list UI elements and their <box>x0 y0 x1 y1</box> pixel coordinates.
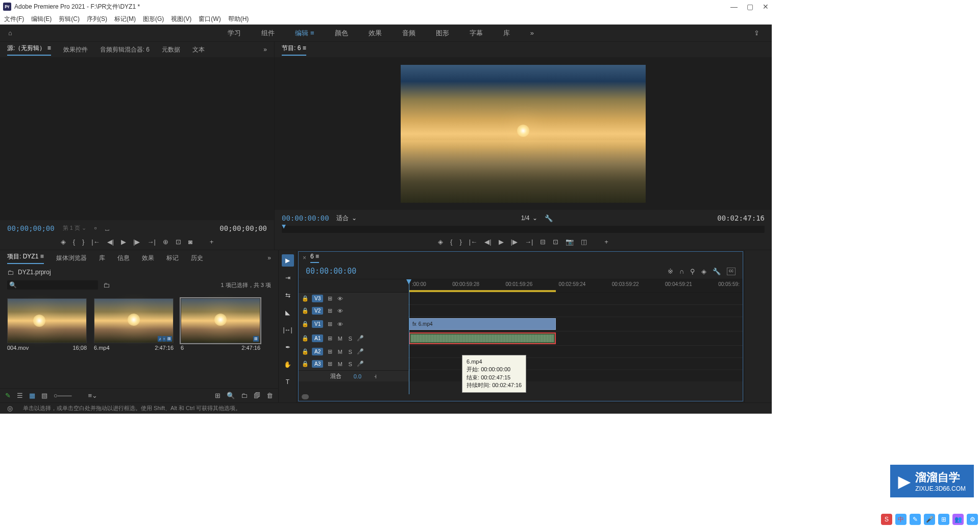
track-header-v3[interactable]: 🔒V3⊞👁 <box>299 293 409 304</box>
rw-toggle-icon[interactable]: ✎ <box>5 392 11 399</box>
menu-view[interactable]: 视图(V) <box>171 15 191 23</box>
close-seq-icon[interactable]: × <box>303 254 306 261</box>
timeline-timecode[interactable]: 00:00:00:00 <box>306 267 356 276</box>
selection-tool[interactable]: ▶ <box>282 254 294 267</box>
source-drag-audio-icon[interactable]: ⎵ <box>105 224 109 232</box>
timeline-scrollbar[interactable] <box>299 393 743 401</box>
go-in-icon[interactable]: |← <box>469 238 477 246</box>
source-out-timecode[interactable]: 00;00;00;00 <box>219 224 267 232</box>
hand-tool[interactable]: ✋ <box>282 358 294 371</box>
trash-icon[interactable]: 🗑 <box>266 392 273 399</box>
list-view-icon[interactable]: ☰ <box>17 392 23 399</box>
audio-clip[interactable] <box>409 332 556 344</box>
share-icon[interactable]: ⇪ <box>754 29 760 37</box>
track-header-a3[interactable]: 🔒A3⊞MS🎤 <box>299 358 409 370</box>
workspace-audio[interactable]: 音频 <box>402 29 415 38</box>
compare-icon[interactable]: ◫ <box>581 238 587 246</box>
tab-effect-controls[interactable]: 效果控件 <box>63 45 88 54</box>
snap-icon[interactable]: ※ <box>668 268 673 275</box>
out-point-icon[interactable]: } <box>82 238 84 246</box>
tab-effects[interactable]: 效果 <box>142 254 154 262</box>
track-header-a1[interactable]: 🔒A1⊞MS🎤 <box>299 331 409 345</box>
ripple-tool[interactable]: ⇆ <box>282 289 294 301</box>
tab-metadata[interactable]: 元数据 <box>162 45 180 54</box>
menu-help[interactable]: 帮助(H) <box>228 15 249 23</box>
in-point-icon[interactable]: { <box>450 238 452 246</box>
program-timecode[interactable]: 00:00:00:00 <box>282 214 329 222</box>
tab-audio-mixer[interactable]: 音频剪辑混合器: 6 <box>100 45 150 54</box>
source-drag-video-icon[interactable]: ▫ <box>94 224 97 232</box>
timeline-ruler[interactable]: :00:0000:00:59:2800:01:59:2600:02:59:240… <box>409 279 743 292</box>
tab-libraries[interactable]: 库 <box>99 254 105 262</box>
play-icon[interactable]: ▶ <box>121 238 126 246</box>
add-button-icon[interactable]: + <box>210 238 214 246</box>
workspace-libraries[interactable]: 库 <box>503 29 510 38</box>
maximize-button[interactable]: ▢ <box>747 3 753 11</box>
in-point-icon[interactable]: { <box>73 238 75 246</box>
tab-text[interactable]: 文本 <box>192 45 205 54</box>
marker-icon[interactable]: ◈ <box>438 238 443 246</box>
tab-info[interactable]: 信息 <box>117 254 130 262</box>
razor-tool[interactable]: ◣ <box>282 306 294 319</box>
tab-media-browser[interactable]: 媒体浏览器 <box>56 254 87 262</box>
workspace-captions[interactable]: 字幕 <box>470 29 483 38</box>
playhead[interactable] <box>409 279 409 394</box>
step-back-icon[interactable]: ◀| <box>484 238 491 246</box>
cc-icon[interactable]: ◎ <box>7 404 13 412</box>
tab-program[interactable]: 节目: 6 ≡ <box>282 44 306 56</box>
source-monitor[interactable] <box>0 57 274 220</box>
go-in-icon[interactable]: |← <box>91 238 100 246</box>
slip-tool[interactable]: |↔| <box>282 324 294 336</box>
clip-item[interactable]: 004.mov16;08 <box>7 298 87 381</box>
menu-file[interactable]: 文件(F) <box>4 15 24 23</box>
export-frame-icon[interactable]: 📷 <box>566 238 574 246</box>
step-fwd-icon[interactable]: |▶ <box>511 238 518 246</box>
project-search-input[interactable] <box>7 280 98 290</box>
caption-icon[interactable]: cc <box>727 268 736 275</box>
panel-overflow-icon[interactable]: » <box>267 254 271 261</box>
tab-history[interactable]: 历史 <box>191 254 203 262</box>
close-button[interactable]: ✕ <box>763 3 769 11</box>
workspace-graphics[interactable]: 图形 <box>436 29 449 38</box>
find-icon[interactable]: 🔍 <box>227 392 235 399</box>
link-icon[interactable]: ⚲ <box>690 268 695 275</box>
zoom-slider-icon[interactable]: ○─── <box>54 392 71 399</box>
menu-edit[interactable]: 编辑(E) <box>31 15 52 23</box>
video-clip[interactable]: fx6.mp4 <box>409 318 556 330</box>
insert-icon[interactable]: ⊕ <box>163 238 168 246</box>
step-fwd-icon[interactable]: |▶ <box>133 238 140 246</box>
pen-tool[interactable]: ✒ <box>282 341 294 353</box>
freeform-view-icon[interactable]: ▧ <box>41 392 47 399</box>
bin-icon[interactable]: 🗀 <box>7 269 14 276</box>
tab-markers[interactable]: 标记 <box>166 254 179 262</box>
new-bin-icon[interactable]: 🗀 <box>103 281 110 289</box>
new-bin-icon[interactable]: 🗀 <box>241 392 248 399</box>
workspace-learn[interactable]: 学习 <box>228 29 241 38</box>
new-item-icon[interactable]: 🗐 <box>254 392 260 399</box>
menu-clip[interactable]: 剪辑(C) <box>59 15 80 23</box>
sort-icon[interactable]: ≡⌄ <box>88 392 97 399</box>
zoom-fit-select[interactable]: 适合 ⌄ <box>336 214 357 223</box>
menu-graphics[interactable]: 图形(G) <box>143 15 164 23</box>
step-back-icon[interactable]: ◀| <box>107 238 114 246</box>
track-header-a2[interactable]: 🔒A2⊞MS🎤 <box>299 346 409 357</box>
out-point-icon[interactable]: } <box>459 238 461 246</box>
go-out-icon[interactable]: →| <box>148 238 156 246</box>
workspace-effects[interactable]: 效果 <box>369 29 382 38</box>
panel-overflow-icon[interactable]: » <box>263 46 267 53</box>
home-icon[interactable]: ⌂ <box>8 29 12 37</box>
minimize-button[interactable]: — <box>730 3 738 11</box>
settings-icon[interactable]: 🔧 <box>713 268 721 275</box>
workspace-editing[interactable]: 编辑 ≡ <box>295 29 314 38</box>
overwrite-icon[interactable]: ⊡ <box>176 238 181 246</box>
type-tool[interactable]: T <box>282 376 294 388</box>
settings-icon[interactable]: 🔧 <box>545 214 553 222</box>
program-monitor[interactable] <box>401 65 646 203</box>
mix-track-header[interactable]: 混合0.0⫞ <box>299 371 409 381</box>
track-select-tool[interactable]: ⇥ <box>282 272 294 284</box>
magnet-icon[interactable]: ∩ <box>679 268 684 275</box>
workspace-overflow[interactable]: » <box>530 29 534 38</box>
go-out-icon[interactable]: →| <box>525 238 533 246</box>
sequence-tab[interactable]: 6 ≡ <box>310 253 319 263</box>
track-header-v1[interactable]: 🔒V1⊞👁 <box>299 317 409 331</box>
